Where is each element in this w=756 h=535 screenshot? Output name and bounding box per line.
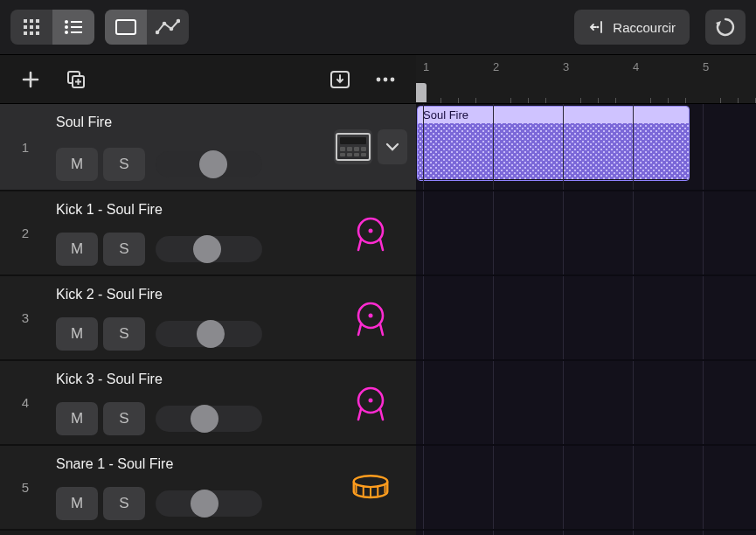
playhead[interactable] [416,83,427,102]
svg-rect-15 [116,20,135,34]
mute-button[interactable]: M [56,487,98,520]
solo-button[interactable]: S [103,148,145,181]
view-mode-group [10,10,94,45]
add-track-button[interactable] [16,65,45,94]
region-body [418,123,689,179]
pan-knob[interactable] [197,320,225,348]
track-number: 5 [0,446,51,529]
svg-point-9 [65,20,68,24]
svg-rect-12 [71,26,82,28]
ruler-tick: 4 [633,60,639,73]
toolbar-action-button[interactable]: Raccourcir [574,10,690,45]
svg-rect-5 [36,25,39,29]
svg-rect-4 [30,25,33,29]
svg-point-11 [65,25,68,29]
svg-rect-10 [71,21,82,23]
track-number: 1 [0,104,51,190]
import-button[interactable] [325,65,355,94]
kick-icon [351,299,390,337]
svg-point-20 [597,26,600,29]
svg-point-13 [65,31,68,34]
svg-rect-7 [30,31,33,35]
track-row[interactable]: 4Kick 3 - Soul FireMS [0,361,416,446]
editor-mode-group [105,10,189,45]
svg-rect-2 [36,19,39,23]
region-label: Soul Fire [418,107,689,123]
ruler-tick: 2 [493,60,499,73]
drum-machine-icon[interactable] [334,129,372,164]
track-row[interactable]: 3Kick 2 - Soul FireMS [0,276,416,361]
pan-slider[interactable] [156,490,262,517]
solo-button[interactable]: S [103,402,145,435]
track-name: Kick 3 - Soul Fire [56,372,320,387]
snare-icon [351,469,390,507]
more-options-button[interactable] [371,65,400,94]
track-panel-header [0,55,416,104]
pan-knob[interactable] [191,490,218,518]
automation-view-icon[interactable] [147,10,189,45]
timeline-ruler[interactable]: 12345 [416,55,756,104]
loop-icon [715,17,736,38]
track-row[interactable]: 1Soul FireMS [0,104,416,191]
svg-point-30 [369,313,373,317]
track-name: Soul Fire [56,115,320,130]
track-row[interactable]: 5Snare 1 - Soul FireMS [0,446,416,531]
trim-icon [588,19,604,35]
track-name: Kick 1 - Soul Fire [56,202,320,218]
plus-icon [21,70,40,89]
pan-knob[interactable] [199,150,227,178]
mute-button[interactable]: M [56,317,98,351]
svg-point-33 [354,476,388,487]
track-panel: 1Soul FireMS2Kick 1 - Soul FireMS3Kick 2… [0,55,416,535]
svg-rect-6 [24,31,27,35]
pan-slider[interactable] [156,406,262,432]
toolbar-action-label: Raccourcir [613,20,676,35]
grid-view-icon[interactable] [10,10,52,45]
kick-icon [351,214,390,253]
track-number: 2 [0,191,51,274]
list-view-icon[interactable] [52,10,94,45]
ruler-tick: 5 [703,60,709,73]
track-name: Snare 1 - Soul Fire [56,456,320,472]
track-name: Kick 2 - Soul Fire [56,287,320,302]
pan-slider[interactable] [156,321,262,347]
mute-button[interactable]: M [56,233,98,266]
solo-button[interactable]: S [103,487,145,520]
expand-track-button[interactable] [378,129,407,164]
top-toolbar: Raccourcir [0,0,756,55]
duplicate-track-button[interactable] [61,65,91,94]
svg-point-24 [377,77,381,81]
pan-slider[interactable] [156,236,262,262]
ellipsis-icon [375,76,396,83]
region-view-icon[interactable] [105,10,147,45]
svg-rect-1 [30,19,33,23]
svg-point-25 [384,77,388,81]
mute-button[interactable]: M [56,148,98,181]
main-area: 1Soul FireMS2Kick 1 - Soul FireMS3Kick 2… [0,55,756,535]
timeline-area[interactable]: 12345 Soul Fire [416,55,756,535]
timeline-grid[interactable]: Soul Fire [416,104,756,535]
svg-rect-0 [24,19,27,23]
svg-rect-8 [36,31,39,35]
svg-point-28 [369,228,373,233]
pan-knob[interactable] [191,405,218,433]
svg-point-32 [369,398,373,402]
track-row[interactable]: 2Kick 1 - Soul FireMS [0,191,416,276]
import-icon [329,70,350,89]
svg-point-26 [391,77,395,81]
track-list: 1Soul FireMS2Kick 1 - Soul FireMS3Kick 2… [0,104,416,535]
track-number: 4 [0,361,51,444]
duplicate-icon [66,69,87,90]
svg-rect-3 [24,25,27,29]
track-number: 3 [0,276,51,359]
mute-button[interactable]: M [56,402,98,435]
loop-cycle-button[interactable] [705,10,746,45]
solo-button[interactable]: S [103,233,145,266]
chevron-down-icon [385,142,399,151]
pan-slider[interactable] [156,151,262,177]
midi-region[interactable]: Soul Fire [417,106,690,181]
svg-rect-14 [71,31,82,33]
pan-knob[interactable] [193,235,221,263]
solo-button[interactable]: S [103,317,145,351]
ruler-tick: 1 [423,60,429,73]
